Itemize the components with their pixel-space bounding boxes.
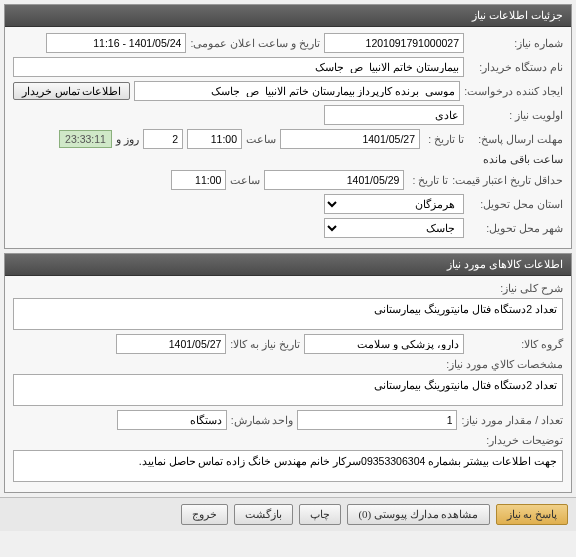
province-label: استان محل تحویل: [468, 198, 563, 210]
deadline-label: مهلت ارسال پاسخ: [468, 133, 563, 145]
items-panel: اطلاعات کالاهای مورد نیاز سامانه تدارکات… [4, 253, 572, 493]
deadline-time-label: ساعت [246, 133, 276, 145]
general-desc-label: شرح کلی نیاز: [468, 282, 563, 294]
exit-button[interactable]: خروج [181, 504, 228, 525]
announce-field[interactable] [46, 33, 186, 53]
buyer-label: نام دستگاه خریدار: [468, 61, 563, 73]
need-details-panel: جزئیات اطلاعات نیاز شماره نیاز: تاریخ و … [4, 4, 572, 249]
remain-time-box: 23:33:11 [59, 130, 112, 148]
group-field[interactable] [304, 334, 464, 354]
remain-days-label: روز و [116, 133, 139, 146]
remain-label: ساعت باقی مانده [483, 153, 563, 166]
need-date-label: تاریخ نیاز به کالا: [230, 338, 300, 350]
general-desc-field[interactable]: تعداد 2دستگاه فتال مانیتورینگ بیمارستانی [13, 298, 563, 330]
requester-field[interactable] [134, 81, 460, 101]
buyer-notes-field[interactable]: جهت اطلاعات بیشتر بشماره 09353306304سرکا… [13, 450, 563, 482]
city-select[interactable]: جاسک [324, 218, 464, 238]
spec-label: مشخصات کالاي مورد نیاز: [446, 358, 563, 370]
price-validity-label: حداقل تاریخ اعتبار قیمت: [452, 174, 563, 186]
action-bar: پاسخ به نیاز مشاهده مدارك پیوستی (0) چاپ… [0, 497, 576, 531]
back-button[interactable]: بازگشت [234, 504, 293, 525]
need-details-header: جزئیات اطلاعات نیاز [5, 5, 571, 27]
spec-field[interactable]: تعداد 2دستگاه فتال مانیتورینگ بیمارستانی [13, 374, 563, 406]
requester-label: ایجاد کننده درخواست: [464, 85, 563, 97]
price-validity-todate-label: تا تاریخ : [408, 174, 448, 186]
reply-button[interactable]: پاسخ به نیاز [496, 504, 569, 525]
group-label: گروه کالا: [468, 338, 563, 350]
buyer-notes-label: توضیحات خریدار: [468, 434, 563, 446]
print-button[interactable]: چاپ [299, 504, 341, 525]
priority-label: اولویت نیاز : [468, 109, 563, 121]
need-number-label: شماره نیاز: [468, 37, 563, 49]
deadline-date-field[interactable] [280, 129, 420, 149]
contact-buyer-button[interactable]: اطلاعات تماس خریدار [13, 82, 130, 100]
price-validity-time-field[interactable] [171, 170, 226, 190]
need-date-field[interactable] [116, 334, 226, 354]
qty-field[interactable] [297, 410, 457, 430]
city-label: شهر محل تحویل: [468, 222, 563, 234]
price-validity-time-label: ساعت [230, 174, 260, 186]
priority-field[interactable] [324, 105, 464, 125]
attachments-button[interactable]: مشاهده مدارك پیوستی (0) [347, 504, 489, 525]
deadline-time-field[interactable] [187, 129, 242, 149]
qty-label: تعداد / مقدار مورد نیاز: [461, 414, 563, 426]
items-header: اطلاعات کالاهای مورد نیاز [5, 254, 571, 276]
price-validity-date-field[interactable] [264, 170, 404, 190]
buyer-field[interactable] [13, 57, 464, 77]
unit-label: واحد شمارش: [231, 414, 294, 426]
deadline-todate-label: تا تاریخ : [424, 133, 464, 145]
need-number-field[interactable] [324, 33, 464, 53]
province-select[interactable]: هرمزگان [324, 194, 464, 214]
announce-label: تاریخ و ساعت اعلان عمومی: [190, 37, 320, 49]
remain-days-field[interactable] [143, 129, 183, 149]
unit-field[interactable] [117, 410, 227, 430]
